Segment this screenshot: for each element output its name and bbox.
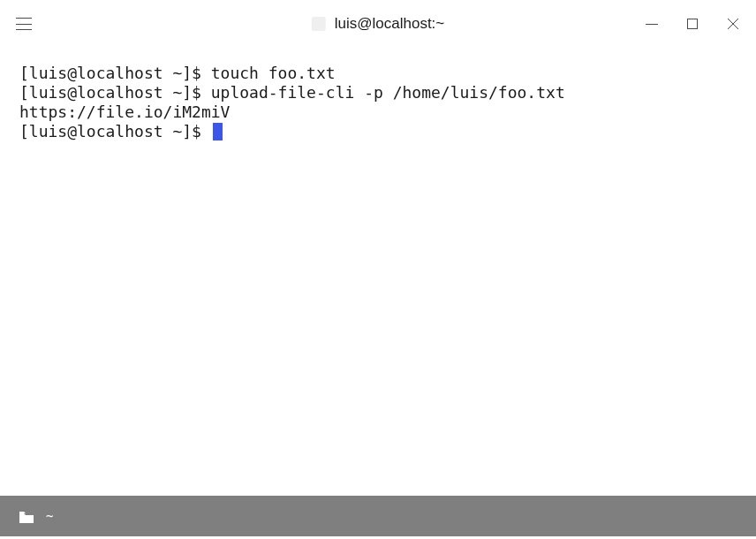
menu-icon[interactable] xyxy=(16,18,32,30)
terminal-line: https://file.io/iM2miV xyxy=(19,102,737,122)
window-controls xyxy=(645,17,740,31)
terminal-current-prompt: [luis@localhost ~]$ xyxy=(19,122,737,141)
minimize-button[interactable] xyxy=(645,17,659,31)
prompt-text: [luis@localhost ~]$ xyxy=(19,83,211,102)
titlebar: luis@localhost:~ xyxy=(0,0,756,48)
cursor-icon xyxy=(213,123,223,140)
terminal-output-area[interactable]: [luis@localhost ~]$ touch foo.txt [luis@… xyxy=(0,48,756,496)
titlebar-center: luis@localhost:~ xyxy=(312,15,445,33)
terminal-app-icon xyxy=(312,17,326,31)
terminal-line: [luis@localhost ~]$ upload-file-cli -p /… xyxy=(19,83,737,102)
window-title: luis@localhost:~ xyxy=(335,15,445,33)
close-button[interactable] xyxy=(726,17,740,31)
prompt-text: [luis@localhost ~]$ xyxy=(19,64,211,82)
folder-icon xyxy=(19,511,34,522)
minimize-icon xyxy=(646,24,658,25)
status-footer: ~ xyxy=(0,496,756,536)
output-text: https://file.io/iM2miV xyxy=(19,102,230,121)
command-text: upload-file-cli -p /home/luis/foo.txt xyxy=(211,83,565,102)
prompt-text: [luis@localhost ~]$ xyxy=(19,122,211,141)
maximize-icon xyxy=(687,19,698,29)
titlebar-left xyxy=(16,18,32,30)
maximize-button[interactable] xyxy=(685,17,699,31)
terminal-line: [luis@localhost ~]$ touch foo.txt xyxy=(19,64,737,83)
current-path: ~ xyxy=(46,509,53,523)
close-icon xyxy=(727,18,739,30)
command-text: touch foo.txt xyxy=(211,64,336,82)
